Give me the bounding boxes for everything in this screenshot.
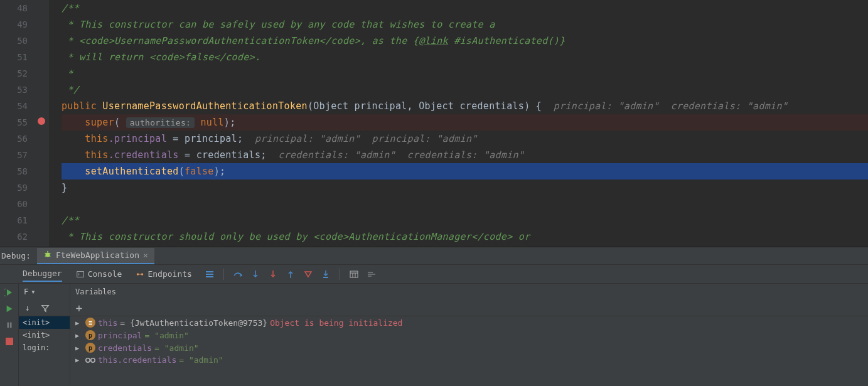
add-watch-icon[interactable]: + — [74, 303, 84, 313]
var-value: = "admin" — [179, 355, 223, 365]
var-row-this-credentials[interactable]: ▶ this.credentials = "admin" — [70, 354, 868, 366]
code-editor: 48 49 50 51 52 53 54 55 56 57 58 59 60 6… — [0, 0, 868, 247]
tab-debugger[interactable]: Debugger — [23, 269, 62, 282]
breakpoint-icon[interactable] — [38, 117, 45, 125]
literal-null: null — [201, 117, 224, 128]
debug-panel: Debug: FteWebApplication × Debugger Cons… — [0, 247, 868, 386]
drop-frame-icon[interactable] — [302, 268, 314, 281]
line-number: 59 — [0, 180, 28, 196]
keyword-this: this — [85, 149, 108, 161]
variables-column: Variables + ▶ ≡ this = {JwtAuthenticatio… — [70, 284, 868, 386]
threads-icon[interactable] — [203, 268, 216, 281]
line-number: 51 — [0, 49, 28, 65]
frame-item[interactable]: <init> — [19, 316, 70, 329]
variables-header: Variables — [70, 284, 868, 300]
frame-item[interactable]: login: — [19, 341, 70, 354]
resume-icon[interactable] — [4, 304, 14, 314]
link-badge-icon — [85, 357, 95, 364]
svg-point-7 — [137, 273, 139, 276]
javadoc-open: /** — [62, 3, 79, 14]
line-number: 50 — [0, 33, 28, 49]
var-value: = "admin" — [154, 343, 198, 353]
stop-icon[interactable] — [4, 336, 14, 346]
console-icon — [76, 270, 85, 279]
code-area[interactable]: /** * This constructor can be safely use… — [49, 0, 868, 247]
var-row-this[interactable]: ▶ ≡ this = {JwtAuthenticatioToken@9753} … — [70, 316, 868, 329]
force-step-into-icon[interactable] — [267, 268, 279, 281]
svg-rect-18 — [350, 271, 358, 277]
svg-rect-6 — [77, 271, 83, 277]
debug-sidebar — [0, 284, 19, 386]
javadoc-line: * This constructor can be safely used by… — [62, 19, 495, 30]
debug-label: Debug: — [1, 251, 31, 260]
line-number-gutter: 48 49 50 51 52 53 54 55 56 57 58 59 60 6… — [0, 0, 35, 247]
frame-item[interactable]: <init> — [19, 329, 70, 341]
debug-run-tab[interactable]: FteWebApplication × — [37, 248, 154, 264]
pause-icon[interactable] — [4, 320, 14, 330]
param-list: (Object principal, Object credentials) { — [308, 100, 542, 112]
run-to-cursor-icon[interactable] — [319, 268, 332, 281]
line-number: 58 — [0, 163, 28, 180]
javadoc-line: * This constructor should only be used b… — [62, 231, 313, 242]
line-number: 61 — [0, 212, 28, 228]
rerun-icon[interactable] — [4, 287, 14, 298]
svg-point-0 — [45, 252, 50, 257]
assign: = credentials; — [179, 149, 267, 161]
line-number: 60 — [0, 196, 28, 212]
param-hint: authorities: — [126, 117, 195, 128]
paren: ); — [224, 117, 236, 128]
evaluate-icon[interactable] — [348, 268, 360, 281]
javadoc-line: * <code>UsernamePasswordAuthenticationTo… — [62, 35, 419, 46]
var-name: this — [98, 318, 117, 328]
var-value: = {JwtAuthenticatioToken@9753} — [120, 318, 267, 328]
svg-line-3 — [50, 253, 51, 254]
expand-icon[interactable]: ▶ — [75, 319, 83, 326]
line-number: 56 — [0, 131, 28, 147]
paren: ( — [179, 166, 185, 177]
javadoc-link[interactable]: @link — [419, 35, 448, 46]
filter-icon[interactable] — [40, 303, 50, 313]
javadoc-close: */ — [62, 84, 79, 95]
expand-icon[interactable]: ▶ — [75, 332, 83, 339]
keyword-super: super — [85, 117, 114, 128]
tab-endpoints[interactable]: Endpoints — [136, 269, 191, 279]
step-into-icon[interactable] — [249, 268, 262, 281]
frames-toolbar: ↓ — [19, 300, 70, 316]
assign: = principal; — [167, 133, 243, 144]
debug-toolbar: Debugger Console Endpoints — [0, 265, 868, 284]
expand-icon[interactable]: ▶ — [75, 345, 83, 351]
breakpoint-gutter[interactable] — [35, 0, 49, 247]
arrow-down-icon[interactable]: ↓ — [23, 303, 33, 313]
vars-toolbar: + — [70, 300, 868, 316]
debug-tab-label: FteWebApplication — [56, 250, 139, 260]
brace-close: } — [62, 182, 67, 193]
keyword-public: public — [62, 100, 97, 112]
javadoc-line: #isAuthenticated()} — [448, 35, 565, 46]
javadoc-code-tag: <code>AuthenticationManager</code> — [313, 231, 512, 242]
svg-rect-26 — [9, 323, 11, 328]
var-name: this.credentials — [98, 355, 176, 365]
param-badge-icon: p — [85, 343, 95, 353]
line-number: 52 — [0, 65, 28, 82]
javadoc-line: * — [62, 68, 73, 79]
frames-column: F ▾ ↓ <init> <init> login: — [19, 284, 70, 386]
javadoc-line: * will return <code>false</code>. — [62, 51, 260, 63]
bug-icon — [43, 250, 52, 260]
method-call: setAuthenticated — [85, 166, 178, 177]
var-row-principal[interactable]: ▶ p principal = "admin" — [70, 329, 868, 341]
javadoc-open: /** — [62, 215, 79, 226]
paren: ( — [114, 117, 126, 128]
step-over-icon[interactable] — [232, 268, 244, 281]
trace-icon[interactable] — [365, 268, 378, 281]
param-badge-icon: p — [85, 330, 95, 340]
close-icon[interactable]: × — [143, 250, 148, 260]
tab-console[interactable]: Console — [76, 269, 122, 279]
inline-hint: credentials: "admin" — [407, 149, 525, 161]
expand-icon[interactable]: ▶ — [75, 357, 83, 363]
inline-hint: credentials: "admin" — [670, 100, 788, 112]
field-principal: .principal — [109, 133, 167, 144]
var-row-credentials[interactable]: ▶ p credentials = "admin" — [70, 341, 868, 354]
chevron-down-icon[interactable]: ▾ — [31, 287, 35, 296]
step-out-icon[interactable] — [284, 268, 297, 281]
field-credentials: .credentials — [109, 149, 179, 161]
